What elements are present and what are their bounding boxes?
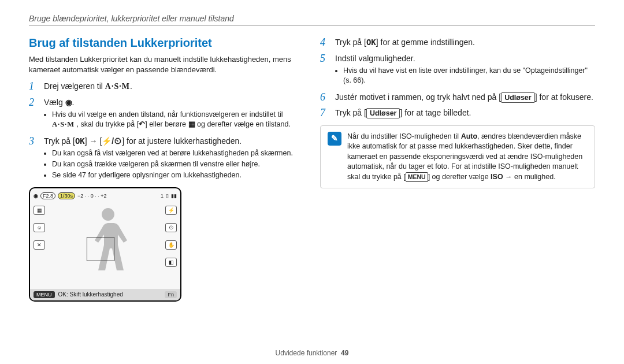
info-icon: ✎ bbox=[328, 132, 341, 146]
step2-note: Hvis du vil vælge en anden tilstand, når… bbox=[52, 110, 304, 129]
lcd-hint: OK: Skift lukkerhastighed bbox=[58, 291, 123, 298]
step-number: 6 bbox=[320, 91, 330, 104]
shutter-button-label: Udløser bbox=[366, 108, 400, 118]
lcd-side-icon: ▦ bbox=[34, 206, 45, 215]
step4-text: Tryk på [OK] for at gemme indstillingen. bbox=[335, 36, 475, 49]
info-note: ✎ Når du indstiller ISO-muligheden til A… bbox=[320, 125, 595, 189]
info-text: Når du indstiller ISO-muligheden til Aut… bbox=[347, 132, 588, 183]
step1-text: Drej vælgeren til bbox=[44, 81, 105, 91]
flash-timer-icon: ⚡/⏲ bbox=[102, 135, 122, 147]
page-footer: Udvidede funktioner 49 bbox=[0, 349, 624, 357]
battery-icon: ▮▮ bbox=[171, 193, 177, 199]
lcd-side-icon: ✕ bbox=[34, 240, 45, 250]
lcd-shot-count: 1 bbox=[161, 193, 164, 199]
lcd-fn-button: Fn bbox=[165, 291, 177, 298]
step3-note: Du kan også få vist vælgeren ved at berø… bbox=[52, 148, 293, 158]
step5-text: Indstil valgmuligheder. bbox=[335, 54, 415, 63]
lcd-side-icon: ⏲ bbox=[165, 223, 177, 232]
step-number: 1 bbox=[29, 80, 39, 93]
mode-asm-icon: A·S·M bbox=[105, 81, 130, 92]
mode-shutter-icon: ◉ bbox=[34, 193, 38, 199]
menu-key: MENU bbox=[406, 172, 428, 182]
back-icon: ↶ bbox=[139, 120, 145, 129]
ok-key: OK bbox=[75, 136, 85, 146]
lcd-shutter: 1/30s bbox=[58, 192, 75, 199]
step-number: 2 bbox=[29, 96, 39, 132]
card-icon: ▯ bbox=[166, 193, 169, 199]
shutter-button-label: Udløser bbox=[501, 92, 535, 103]
breadcrumb: Bruge blændeprioritet, lukkerprioritet e… bbox=[29, 14, 595, 26]
step-number: 4 bbox=[320, 36, 330, 49]
step3-note: Du kan også trække vælgeren på skærmen t… bbox=[52, 159, 293, 169]
ok-key: OK bbox=[366, 38, 376, 47]
step3-text: Tryk på [OK] → [⚡/⏲] for at justere lukk… bbox=[44, 136, 242, 146]
section-intro: Med tilstanden Lukkerprioritet kan du ma… bbox=[29, 54, 304, 75]
lcd-side-icon: ⚡ bbox=[165, 206, 177, 215]
mode-asm-icon: A·S·M bbox=[52, 120, 75, 128]
camera-lcd-preview: ◉ F2.8 1/30s −2 · · 0 · · +2 1 ▯ ▮▮ ▦ ☺ … bbox=[29, 187, 181, 302]
step-number: 5 bbox=[320, 53, 330, 88]
step5-note: Hvis du vil have vist en liste over inds… bbox=[343, 66, 595, 86]
home-icon: ▦ bbox=[188, 120, 195, 129]
step3-note: Se side 47 for yderligere oplysninger om… bbox=[52, 170, 293, 180]
lcd-menu-button: MENU bbox=[34, 291, 55, 298]
lcd-focus-frame bbox=[87, 237, 114, 261]
step2-text: Vælg bbox=[44, 98, 65, 107]
lcd-side-icon: ✋ bbox=[165, 240, 177, 250]
step-number: 7 bbox=[320, 107, 330, 120]
lcd-aperture: F2.8 bbox=[40, 192, 55, 199]
step7-text: Tryk på [Udløser] for at tage billedet. bbox=[335, 107, 471, 120]
lcd-side-icon: ◧ bbox=[165, 258, 177, 267]
section-title: Brug af tilstanden Lukkerprioritet bbox=[29, 36, 304, 50]
lcd-side-icon: ☺ bbox=[34, 223, 45, 232]
step6-text: Justér motivet i rammen, og tryk halvt n… bbox=[335, 91, 593, 104]
lcd-ev-scale: −2 · · 0 · · +2 bbox=[77, 193, 107, 199]
step-number: 3 bbox=[29, 135, 39, 183]
mode-shutter-icon: ◉ bbox=[65, 96, 72, 108]
